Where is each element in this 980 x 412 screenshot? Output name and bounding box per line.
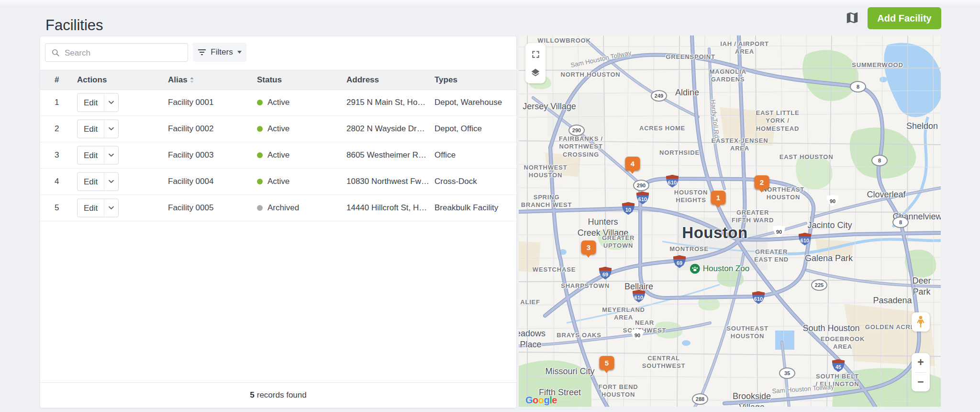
edit-button-label[interactable]: Edit [78,94,104,112]
highway-shield: 610 [752,291,765,304]
facility-alias: Facility 0004 [168,177,213,186]
status-dot [257,179,263,184]
fullscreen-icon [531,50,540,59]
column-header-address: Address [346,75,379,85]
facility-status: Active [257,98,290,107]
logo-letter: g [544,395,550,405]
map-overlay: WILLOWBROOKSam Houston TollwayNORTH HOUS… [519,35,941,407]
google-logo[interactable]: Google [525,395,557,406]
facility-alias: Facility 0002 [168,124,213,134]
edit-button-label[interactable]: Edit [78,199,104,217]
edit-split-button[interactable]: Edit [77,120,119,138]
facility-address: 2915 N Main St, Ho… [346,98,425,107]
zoom-in-button[interactable]: + [912,353,930,372]
map-label: EAST LITTLE YORK / HOMESTEAD [756,109,799,133]
search-icon [51,48,60,57]
highway-shield: 90 [631,329,644,340]
add-facility-button[interactable]: Add Facility [868,7,941,29]
chevron-down-icon [109,180,114,183]
street-view-pegman[interactable] [912,312,930,332]
row-index: 1 [55,98,59,107]
edit-button-label[interactable]: Edit [78,173,104,191]
map-label: Sam Houston Tollway [570,49,632,69]
edit-split-button[interactable]: Edit [77,172,119,191]
edit-dropdown-caret[interactable] [104,199,118,217]
alias-header-label: Alias [168,75,188,85]
map-label: HOUSTON HEIGHTS [674,189,708,205]
layers-button[interactable] [531,65,540,80]
logo-letter: e [552,395,557,405]
map-label: Pasadena [873,295,912,306]
chevron-down-icon [237,51,242,54]
highway-shield: 8 [850,81,866,92]
map-marker-3[interactable]: 3 [581,240,596,254]
map-view-toggle-icon[interactable] [845,11,859,25]
facility-address: 2802 N Wayside Dr… [346,124,425,134]
map-label: FORT BEND HOUSTON [598,383,638,399]
logo-letter: G [525,395,533,405]
map-label: GREATER UPTOWN [602,234,635,250]
filters-label: Filters [211,47,233,57]
map-label: Sam Houston Tollway [772,383,834,396]
edit-split-button[interactable]: Edit [77,93,119,112]
map-label: MONTROSE [669,245,709,253]
highway-shield: 45 [832,359,845,372]
map-label: CENTRAL SOUTHWEST [642,355,685,370]
map-label: GOLDEN ACRE [865,323,915,331]
table-header: # Actions Alias Status Address Types [40,70,516,90]
edit-button-label[interactable]: Edit [78,147,104,164]
map-label: BRAYS OAKS [557,332,601,339]
map-label: GREATER FIFTH WARD [732,209,774,225]
facilities-map[interactable]: WILLOWBROOKSam Houston TollwayNORTH HOUS… [519,35,941,407]
filter-icon [198,49,206,56]
map-label: SOUTHEAST HOUSTON [726,325,768,341]
fullscreen-button[interactable] [531,47,540,61]
table-row: 1 Edit Facility 0001 Active 2915 N Main … [40,90,516,116]
status-dot [257,100,263,105]
status-label: Active [267,98,290,107]
chevron-down-icon [109,154,114,157]
edit-dropdown-caret[interactable] [104,147,118,164]
highway-shield: 35 [779,367,795,379]
facility-address: 14440 Hillcroft St, H… [346,203,427,213]
map-label: NEAR SOUTHWEST [623,319,666,335]
map-label: EDGEBROOK AREA [821,335,865,351]
highway-shield: 10 [622,202,635,215]
map-control-panel [525,43,546,83]
column-header-types: Types [434,75,457,85]
facility-types: Office [434,150,456,160]
chevron-down-icon [109,127,114,131]
facility-types: Depot, Warehouse [434,98,502,107]
edit-button-label[interactable]: Edit [78,120,104,138]
map-marker-4[interactable]: 4 [625,157,640,171]
edit-split-button[interactable]: Edit [77,146,119,165]
edit-dropdown-caret[interactable] [104,120,118,138]
map-marker-1[interactable]: 1 [711,191,726,205]
zoom-out-button[interactable]: − [912,373,930,392]
edit-dropdown-caret[interactable] [104,173,118,191]
map-label: Channelview [892,211,941,222]
map-label: Sheldon [906,121,938,132]
map-label: WILLOWBROOK [537,37,590,45]
highway-shield: 90 [826,195,839,206]
map-label: Jacinto City [807,220,852,231]
map-label: NORTHSIDE [659,149,700,157]
sort-icon [189,77,194,83]
search-input[interactable] [64,44,185,62]
filters-button[interactable]: Filters [193,43,246,62]
edit-dropdown-caret[interactable] [104,94,118,112]
chevron-down-icon [109,206,114,210]
map-marker-5[interactable]: 5 [600,356,614,370]
table-row: 2 Edit Facility 0002 Active 2802 N Waysi… [40,116,516,142]
facilities-table-card: Filters # Actions Alias Status Address T… [40,36,517,408]
column-header-status: Status [257,75,282,85]
table-body: 1 Edit Facility 0001 Active 2915 N Main … [40,90,516,221]
map-zoom-control: + − [912,353,930,391]
map-label: Brookside Village [733,391,771,407]
row-index: 2 [55,124,59,134]
records-count-text: records found [257,390,307,400]
map-marker-2[interactable]: 2 [755,175,769,189]
map-label: Hunters Creek Village [578,217,629,238]
edit-split-button[interactable]: Edit [77,199,119,217]
column-header-alias[interactable]: Alias [168,75,194,85]
